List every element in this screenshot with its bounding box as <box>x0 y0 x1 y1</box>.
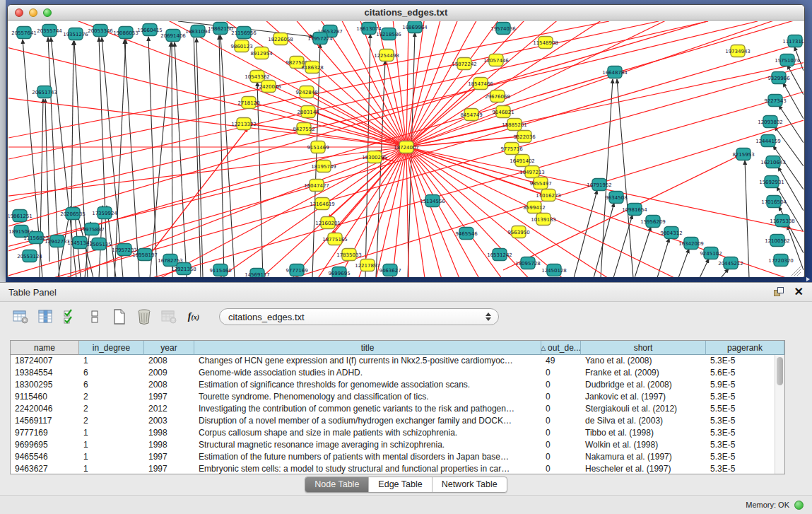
graph-node[interactable]: 15885201 <box>502 119 527 131</box>
select-rows-button[interactable] <box>61 308 79 326</box>
panel-splitter-handle[interactable] <box>806 277 810 281</box>
new-table-button[interactable] <box>110 308 129 326</box>
window-resize-grip[interactable] <box>794 269 801 276</box>
graph-node[interactable]: 9242848 <box>295 86 317 98</box>
graph-node[interactable]: 29676068 <box>485 90 510 103</box>
column-header-year[interactable]: year <box>144 341 194 355</box>
graph-node[interactable]: 18831094 <box>185 25 211 37</box>
network-canvas[interactable]: 2055764120355744193512762005334619086053… <box>8 21 804 277</box>
graph-node[interactable]: 12254498 <box>374 49 399 62</box>
graph-node[interactable]: 15872242 <box>452 58 477 70</box>
graph-node[interactable]: 9463627 <box>379 264 401 276</box>
delete-entries-button[interactable] <box>135 308 153 326</box>
graph-node[interactable]: 9329966 <box>767 72 790 84</box>
graph-node[interactable]: 19660415 <box>137 24 163 36</box>
graph-node[interactable]: 15692931 <box>759 176 784 188</box>
graph-node[interactable]: 19734943 <box>725 45 751 57</box>
close-panel-icon[interactable]: ✕ <box>794 287 804 297</box>
table-scrollbar[interactable] <box>775 355 784 474</box>
graph-node[interactable]: 9699695 <box>328 267 350 278</box>
zoom-window-button[interactable] <box>43 8 52 17</box>
table-source-select[interactable]: citations_edges.txt <box>219 308 499 325</box>
network-window[interactable]: citations_edges.txt 20557641203557441935… <box>7 4 805 277</box>
graph-node[interactable]: 18226058 <box>268 33 293 45</box>
graph-node[interactable]: 20553124 <box>17 250 42 262</box>
graph-node[interactable]: 20445212 <box>718 257 743 269</box>
graph-node[interactable]: 16342009 <box>678 238 704 250</box>
delete-table-button[interactable] <box>160 308 178 326</box>
graph-node[interactable]: 20691406 <box>160 30 186 42</box>
table-row[interactable]: 946554611997Estimation of the future num… <box>11 451 784 463</box>
graph-node[interactable]: 9465546 <box>455 228 478 240</box>
graph-node[interactable]: 12093832 <box>758 116 783 128</box>
graph-node[interactable]: 18775165 <box>322 233 348 245</box>
network-window-titlebar[interactable]: citations_edges.txt <box>8 5 804 21</box>
table-row[interactable]: 969969511998Structural magnetic resonanc… <box>11 439 784 451</box>
graph-node[interactable]: 21156956 <box>231 27 257 39</box>
graph-node[interactable]: 10139183 <box>531 214 556 226</box>
graph-node[interactable]: 19086053 <box>113 27 139 39</box>
table-row[interactable]: 1872400712008Changes of HCN gene express… <box>11 355 784 367</box>
graph-node[interactable]: 16648784 <box>602 66 628 78</box>
graph-node[interactable]: 15956209 <box>640 216 666 228</box>
graph-node[interactable]: 8215953 <box>732 148 754 160</box>
graph-node[interactable]: 8599412 <box>523 201 545 214</box>
graph-node[interactable]: 17359924 <box>92 207 117 219</box>
table-settings-button[interactable] <box>11 308 30 326</box>
graph-node[interactable]: 12450128 <box>541 264 567 276</box>
tab-node-table[interactable]: Node Table <box>305 477 368 492</box>
graph-node[interactable]: 20651743 <box>32 86 57 98</box>
show-columns-button[interactable] <box>36 308 54 326</box>
graph-node[interactable]: 19862150 <box>208 23 233 35</box>
graph-node[interactable]: 18095728 <box>515 257 541 269</box>
graph-node[interactable]: 16531242 <box>487 249 512 261</box>
table-row[interactable]: 1456911722003Disruption of a novel membe… <box>11 415 784 427</box>
table-row[interactable]: 977716911998Corpus callosum shape and si… <box>11 427 784 439</box>
column-header-short[interactable]: short <box>581 341 706 355</box>
float-panel-icon[interactable] <box>774 287 784 297</box>
column-header-name[interactable]: name <box>11 341 79 355</box>
column-header-out_de[interactable]: △out_de... <box>541 341 581 355</box>
table-row[interactable]: 911546021997Tourette syndrome. Phenomeno… <box>11 391 784 403</box>
graph-node[interactable]: 20206535 <box>60 208 86 220</box>
table-row[interactable]: 1938455462009Genome-wide association stu… <box>11 367 784 379</box>
graph-node[interactable]: 12444159 <box>755 135 781 147</box>
graph-node[interactable]: 17835033 <box>336 249 362 261</box>
vertical-split-button[interactable] <box>86 308 104 326</box>
graph-node[interactable]: 9855497 <box>529 177 551 189</box>
column-header-in_degree[interactable]: in_degree <box>79 341 144 355</box>
table-row[interactable]: 1830029562008Estimation of significance … <box>11 379 784 391</box>
graph-node[interactable]: 19574036 <box>490 23 516 35</box>
column-header-pagerank[interactable]: pagerank <box>706 341 784 355</box>
graph-node[interactable]: 17720320 <box>768 255 794 267</box>
graph-node[interactable]: 9146821 <box>492 106 514 118</box>
graph-node[interactable]: 18195749 <box>311 160 336 173</box>
graph-node[interactable]: 9322036 <box>513 131 536 143</box>
graph-node[interactable]: 20355744 <box>37 25 62 37</box>
scrollbar-thumb[interactable] <box>777 357 783 385</box>
graph-node[interactable]: 9115460 <box>209 264 231 276</box>
graph-node[interactable]: 12100562 <box>765 235 790 247</box>
graph-node[interactable]: 10981654 <box>622 204 647 216</box>
graph-node[interactable]: 9563950 <box>507 226 529 238</box>
graph-node[interactable]: 11173106 <box>782 35 804 47</box>
minimize-window-button[interactable] <box>29 8 37 17</box>
graph-node[interactable]: 9775716 <box>500 143 523 155</box>
graph-node[interactable]: 14569117 <box>245 269 270 278</box>
tab-edge-table[interactable]: Edge Table <box>368 477 431 492</box>
column-header-title[interactable]: title <box>194 341 541 355</box>
graph-node[interactable]: 9151469 <box>307 141 329 153</box>
graph-node[interactable]: 19975887 <box>79 223 105 235</box>
graph-node[interactable]: 16047427 <box>304 180 329 192</box>
graph-node[interactable]: 9227343 <box>764 95 786 107</box>
graph-node[interactable]: 16491402 <box>510 155 535 167</box>
tab-network-table[interactable]: Network Table <box>432 477 507 492</box>
graph-node[interactable]: 19351276 <box>63 28 88 40</box>
graph-node[interactable]: 15134556 <box>420 195 445 207</box>
graph-node[interactable]: 8912954 <box>250 47 273 59</box>
graph-node[interactable]: 20557641 <box>11 27 37 39</box>
close-window-button[interactable] <box>15 8 23 17</box>
graph-node[interactable]: 9804312 <box>660 227 682 239</box>
function-builder-button[interactable]: f(x) <box>184 308 203 326</box>
graph-node[interactable]: 9860123 <box>230 40 252 52</box>
